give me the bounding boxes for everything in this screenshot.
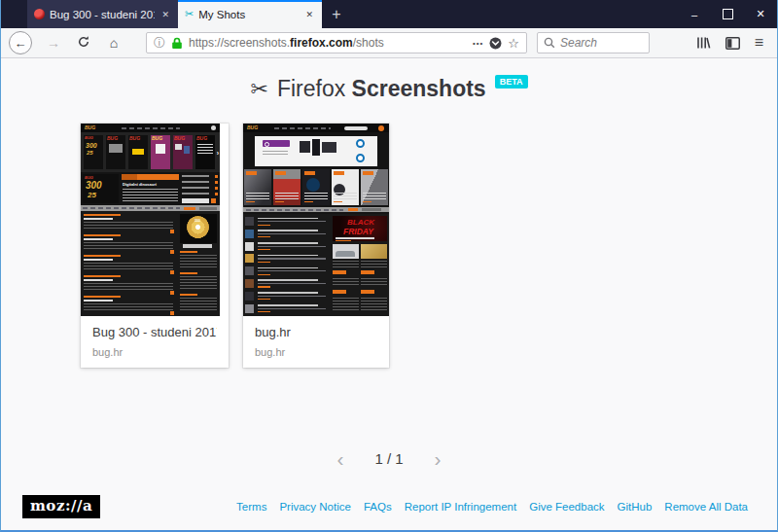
footer-link-report-ip[interactable]: Report IP Infringement <box>405 501 517 513</box>
footer-link-feedback[interactable]: Give Feedback <box>529 501 604 513</box>
screenshots-scissors-favicon-icon: ✂ <box>185 9 194 19</box>
reload-button[interactable] <box>75 35 92 51</box>
promo-tile-phone <box>361 244 387 259</box>
url-path: /shots <box>353 36 384 50</box>
https-lock-icon <box>171 37 183 50</box>
next-page-button[interactable]: › <box>435 448 442 469</box>
thumb-search-pill <box>344 126 368 130</box>
page-title: ✂ Firefox Screenshots BETA <box>1 76 777 102</box>
thumb-search-input <box>182 198 209 203</box>
bug-site-favicon-icon <box>34 9 45 19</box>
shot-source: bug.hr <box>255 346 377 358</box>
ad-monitor-icon <box>300 141 310 153</box>
footer-link-privacy[interactable]: Privacy Notice <box>279 501 351 513</box>
dell-logo-icon <box>356 139 365 148</box>
bookmark-star-icon[interactable]: ☆ <box>508 37 519 50</box>
url-domain: firefox.com <box>290 36 353 50</box>
reload-icon <box>77 35 90 49</box>
brand-text: Firefox Screenshots <box>277 76 486 102</box>
tab-close-icon[interactable]: ✕ <box>159 8 171 21</box>
site-info-icon[interactable]: ⓘ <box>154 35 165 52</box>
url-bar[interactable]: ⓘ https://screenshots.firefox.com/shots … <box>146 32 527 53</box>
new-tab-button[interactable]: + <box>322 0 351 28</box>
tab-title: Bug 300 - studeni 2017. @ bug.. <box>50 9 155 20</box>
page-indicator: 1 / 1 <box>374 450 403 467</box>
tab-my-shots[interactable]: ✂ My Shots ✕ <box>178 0 322 28</box>
tab-close-icon[interactable]: ✕ <box>303 8 315 21</box>
shot-card-meta: bug.hr bug.hr <box>243 316 389 368</box>
url-text[interactable]: https://screenshots.firefox.com/shots <box>189 36 467 50</box>
dell-logo-icon <box>356 154 365 162</box>
news-tile-bus <box>273 169 301 205</box>
close-button[interactable]: ✕ <box>744 0 777 28</box>
page-footer: moz://a Terms Privacy Notice FAQs Report… <box>1 495 777 518</box>
toolbar-right-icons: ≡ <box>696 34 767 52</box>
beta-badge: BETA <box>495 75 528 89</box>
shot-source: bug.hr <box>92 346 217 358</box>
shot-thumbnail-1[interactable]: BUG BUG 300 25 BUG BUG BUG <box>81 124 220 316</box>
search-icon <box>544 37 555 49</box>
page-actions-icon[interactable]: ••• <box>473 39 483 48</box>
pagination: ‹ 1 / 1 › <box>1 448 777 469</box>
thumb-article-title: Digitalni dinosauri <box>123 183 157 187</box>
forward-button[interactable]: → <box>45 36 62 50</box>
window-controls: – ✕ <box>678 0 777 28</box>
home-button[interactable]: ⌂ <box>105 36 123 50</box>
thumb-logo: BUG <box>247 125 258 130</box>
thumb-logo: BUG <box>85 125 95 130</box>
active-tab-indicator <box>178 0 322 2</box>
browser-window: Bug 300 - studeni 2017. @ bug.. ✕ ✂ My S… <box>0 0 778 532</box>
minimize-button[interactable]: – <box>678 0 711 28</box>
shot-title[interactable]: bug.hr <box>255 325 377 339</box>
thumb-article-list <box>245 216 329 315</box>
footer-links: Terms Privacy Notice FAQs Report IP Infr… <box>236 501 748 513</box>
tab-title: My Shots <box>198 9 299 20</box>
maximize-button[interactable] <box>711 0 744 28</box>
mozilla-logo[interactable]: moz://a <box>22 495 100 518</box>
brand-firefox: Firefox <box>277 76 345 101</box>
sidebar-icon[interactable] <box>725 37 740 50</box>
shot-card-1[interactable]: BUG BUG 300 25 BUG BUG BUG <box>81 124 229 368</box>
ad-tower-icon <box>312 139 320 156</box>
nav-buttons: ← → ⌂ <box>9 31 123 54</box>
news-tile <box>244 169 271 205</box>
search-bar[interactable]: Search <box>537 32 650 53</box>
news-tile <box>361 169 388 205</box>
tab-bug300[interactable]: Bug 300 - studeni 2017. @ bug.. ✕ <box>27 0 178 28</box>
shot-title[interactable]: Bug 300 - studeni 2017. @... <box>92 325 217 339</box>
screenshots-scissors-icon: ✂ <box>250 79 267 100</box>
search-placeholder: Search <box>560 36 597 50</box>
shot-card-meta: Bug 300 - studeni 2017. @... bug.hr <box>81 316 229 368</box>
footer-link-github[interactable]: GitHub <box>618 501 653 513</box>
footer-link-remove-data[interactable]: Remove All Data <box>664 501 748 513</box>
ad-monitor-icon <box>322 142 336 153</box>
footer-link-terms[interactable]: Terms <box>236 501 266 513</box>
maximize-icon <box>723 9 733 19</box>
footer-link-faqs[interactable]: FAQs <box>364 501 392 513</box>
shot-card-list: BUG BUG 300 25 BUG BUG BUG <box>81 124 389 368</box>
url-prefix: https://screenshots. <box>189 36 290 50</box>
shot-thumbnail-2[interactable]: BUG <box>243 124 389 316</box>
my-shots-page: ✂ Firefox Screenshots BETA BUG BUG 300 2… <box>1 58 777 530</box>
navigation-toolbar: ← → ⌂ ⓘ https://screenshots.firefox.com/… <box>1 28 777 58</box>
carousel-next-icon: › <box>217 150 219 157</box>
back-button[interactable]: ← <box>9 31 32 54</box>
library-icon[interactable] <box>696 36 711 50</box>
brand-screenshots: Screenshots <box>352 76 486 101</box>
tab-bar: Bug 300 - studeni 2017. @ bug.. ✕ ✂ My S… <box>1 0 777 28</box>
shot-card-2[interactable]: BUG <box>243 124 389 368</box>
prev-page-button[interactable]: ‹ <box>336 448 343 469</box>
menu-icon[interactable]: ≡ <box>755 34 763 52</box>
pocket-icon[interactable] <box>489 37 502 50</box>
